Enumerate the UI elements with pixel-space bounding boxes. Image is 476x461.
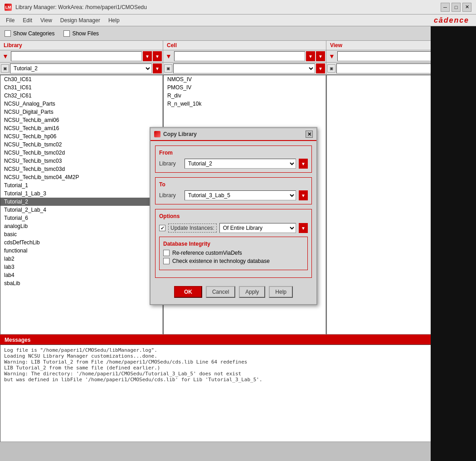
list-item[interactable]: analogLib [0, 222, 162, 230]
update-instances-checkbox[interactable]: ✔ [159, 225, 165, 231]
library-select-row: ▣ Tutorial_2 ▼ [0, 63, 163, 75]
message-line: Warning: LIB Tutorial_2 from File /home/… [4, 359, 472, 365]
cell-select-dropdown[interactable]: ▼ [316, 63, 325, 73]
list-item[interactable]: NCSU_TechLib_tsmc04_4M2P [0, 173, 162, 181]
show-categories-checkbox[interactable] [5, 30, 11, 37]
list-item[interactable]: R_n_well_10k [164, 100, 325, 108]
list-item[interactable]: Ch30_IC61 [0, 75, 162, 83]
right-panel [431, 26, 476, 461]
list-item[interactable]: Tutorial_2_Lab_4 [0, 206, 162, 214]
cancel-button[interactable]: Cancel [206, 286, 235, 298]
list-item[interactable]: NCSU_TechLib_hp06 [0, 132, 162, 141]
apply-button[interactable]: Apply [239, 286, 265, 298]
app-icon: LM [5, 4, 12, 11]
list-item[interactable]: functional [0, 247, 162, 255]
menu-view[interactable]: View [37, 16, 56, 25]
menu-file[interactable]: File [2, 16, 18, 25]
dialog-title: Copy Library [163, 131, 197, 137]
cell-filter-icon: ▼ [164, 53, 173, 60]
menu-items: File Edit View Design Manager Help [2, 16, 123, 25]
list-item[interactable]: NCSU_TechLib_tsmc02 [0, 141, 162, 149]
title-bar-left: LM Library Manager: WorkArea: /home/pape… [5, 4, 147, 11]
copy-library-dialog: Copy Library ✕ From Library Tutorial_2 ▼… [150, 127, 317, 305]
list-item[interactable]: NCSU_TechLib_ami06 [0, 116, 162, 124]
help-button[interactable]: Help [269, 286, 293, 298]
library-select-dropdown[interactable]: ▼ [153, 63, 162, 73]
library-panel: Library ▼ ▼ ▼ ▣ Tutorial_2 ▼ Ch30_IC61 C… [0, 41, 163, 335]
library-header: Library [0, 41, 163, 50]
update-instances-dropdown[interactable]: ▼ [299, 223, 308, 233]
message-line: but was defined in libFile '/home/paperi… [4, 377, 472, 383]
list-item[interactable]: basic [0, 230, 162, 238]
dialog-buttons: OK Cancel Apply Help [155, 282, 312, 300]
library-filter-dropdown[interactable]: ▼ [143, 51, 152, 61]
close-button[interactable]: ✕ [462, 3, 471, 12]
show-categories-label: Show Categories [13, 30, 54, 37]
list-item[interactable]: NCSU_TechLib_tsmc02d [0, 149, 162, 157]
db-integrity-section: Database Integrity Re-reference customVi… [159, 237, 308, 270]
update-instances-label: Update Instances: [168, 223, 217, 233]
options-label: Options [159, 213, 308, 219]
list-item[interactable]: NCSU_Digital_Parts [0, 108, 162, 116]
show-files-label: Show Files [72, 30, 99, 37]
list-item[interactable]: cdsDefTechLib [0, 238, 162, 247]
show-files-toggle[interactable]: Show Files [63, 30, 99, 37]
list-item[interactable]: sbaLib [0, 279, 162, 287]
from-label: From [159, 150, 308, 156]
menu-design-manager[interactable]: Design Manager [57, 16, 104, 25]
check-existence-checkbox[interactable] [163, 258, 170, 264]
list-item-selected[interactable]: Tutorial_2 [0, 198, 162, 206]
update-instances-select[interactable]: Of Entire Library [219, 223, 296, 233]
message-line: LIB Tutorial_2 from the same file (defin… [4, 365, 472, 371]
list-item[interactable]: Ch32_IC61 [0, 92, 162, 100]
messages-content: Log file is "/home/paperi1/CMOSedu/libMa… [0, 345, 476, 442]
library-filter-input[interactable] [11, 51, 142, 61]
list-item[interactable]: lab2 [0, 255, 162, 263]
title-bar: LM Library Manager: WorkArea: /home/pape… [0, 0, 476, 15]
view-select-icon: ▣ [327, 64, 335, 73]
show-files-checkbox[interactable] [63, 30, 70, 37]
list-item[interactable]: Tutorial_1_Lab_3 [0, 189, 162, 198]
list-item[interactable]: NMOS_IV [164, 75, 325, 83]
list-item[interactable]: NCSU_TechLib_tsmc03d [0, 165, 162, 173]
list-item[interactable]: R_div [164, 92, 325, 100]
menu-edit[interactable]: Edit [19, 16, 36, 25]
menu-help[interactable]: Help [105, 16, 123, 25]
re-reference-checkbox[interactable] [163, 250, 170, 256]
list-item[interactable]: lab3 [0, 263, 162, 271]
cell-select[interactable] [173, 63, 315, 73]
from-lib-label: Library [159, 160, 182, 167]
update-instances-row: ✔ Update Instances: Of Entire Library ▼ [159, 223, 308, 233]
from-lib-dropdown[interactable]: ▼ [299, 159, 308, 169]
to-lib-label: Library [159, 192, 182, 199]
library-filter-row: ▼ ▼ ▼ [0, 50, 163, 63]
minimize-button[interactable]: ─ [441, 3, 450, 12]
to-lib-select[interactable]: Tutorial_3_Lab_5 [185, 190, 296, 200]
cell-filter-dropdown[interactable]: ▼ [306, 51, 315, 61]
list-item[interactable]: Tutorial_1 [0, 181, 162, 189]
menu-bar: File Edit View Design Manager Help cāden… [0, 15, 476, 26]
from-lib-select[interactable]: Tutorial_2 [185, 159, 296, 169]
library-select[interactable]: Tutorial_2 [10, 63, 152, 73]
to-lib-dropdown[interactable]: ▼ [299, 190, 308, 200]
cell-filter-input[interactable] [174, 51, 305, 61]
show-categories-toggle[interactable]: Show Categories [5, 30, 54, 37]
cell-select-row: ▣ ▼ [163, 63, 326, 75]
dialog-body: From Library Tutorial_2 ▼ To Library Tut… [151, 141, 316, 304]
cell-filter-dropdown2[interactable]: ▼ [316, 51, 325, 61]
window-title: Library Manager: WorkArea: /home/paperi1… [15, 4, 147, 10]
maximize-button[interactable]: □ [452, 3, 461, 12]
list-item[interactable]: NCSU_TechLib_ami16 [0, 124, 162, 132]
list-item[interactable]: NCSU_Analog_Parts [0, 100, 162, 108]
library-filter-dropdown2[interactable]: ▼ [153, 51, 162, 61]
list-item[interactable]: NCSU_TechLib_tsmc03 [0, 157, 162, 165]
list-item[interactable]: PMOS_IV [164, 83, 325, 92]
list-item[interactable]: lab4 [0, 271, 162, 279]
list-item[interactable]: Ch31_IC61 [0, 83, 162, 92]
list-item[interactable]: Tutorial_6 [0, 214, 162, 222]
ok-button[interactable]: OK [174, 286, 202, 298]
to-lib-row: Library Tutorial_3_Lab_5 ▼ [159, 190, 308, 200]
library-list[interactable]: Ch30_IC61 Ch31_IC61 Ch32_IC61 NCSU_Analo… [0, 75, 163, 335]
cell-header: Cell [163, 41, 326, 50]
dialog-close-button[interactable]: ✕ [306, 131, 313, 138]
